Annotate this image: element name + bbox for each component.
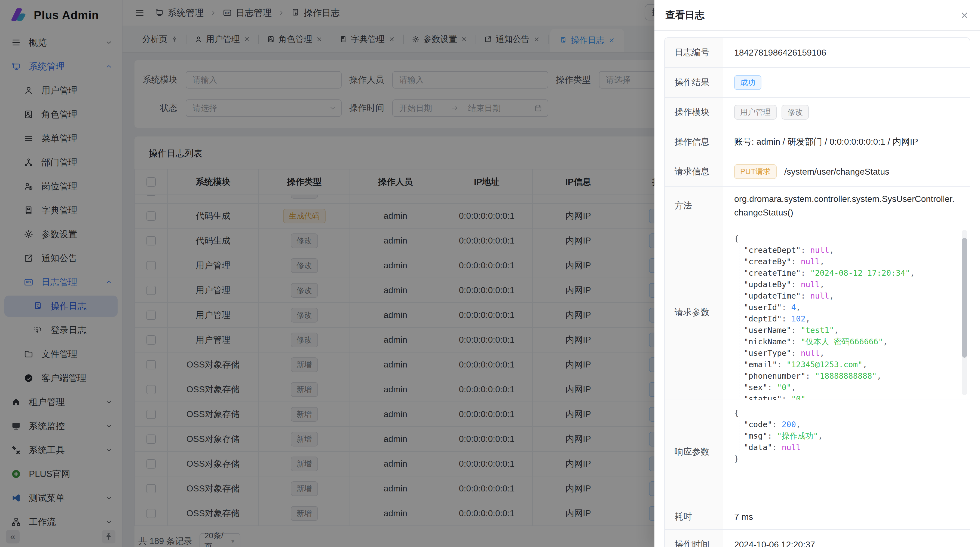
detail-value: org.dromara.system.controller.system.Sys… xyxy=(723,187,970,225)
drawer-title: 查看日志 xyxy=(665,8,705,22)
detail-row: 方法org.dromara.system.controller.system.S… xyxy=(665,187,970,225)
detail-value: 7 ms xyxy=(723,504,970,529)
detail-label: 耗时 xyxy=(665,504,723,529)
detail-label: 方法 xyxy=(665,187,723,225)
indent-guide xyxy=(740,244,740,397)
log-detail-table: 日志编号1842781986426159106 操作结果成功 操作模块用户管理修… xyxy=(664,37,970,547)
request-path: /system/user/changeStatus xyxy=(784,167,889,177)
detail-row: 操作时间2024-10-06 12:20:37 xyxy=(665,530,970,547)
detail-row: 操作模块用户管理修改 xyxy=(665,98,970,127)
detail-label: 请求参数 xyxy=(665,225,723,400)
detail-value: 账号: admin / 研发部门 / 0:0:0:0:0:0:0:1 / 内网I… xyxy=(723,127,970,156)
detail-label: 操作信息 xyxy=(665,127,723,156)
detail-label: 响应参数 xyxy=(665,400,723,504)
detail-row: 请求参数 { "createDept": null, "createBy": n… xyxy=(665,225,970,400)
tag-warning: PUT请求 xyxy=(734,164,776,179)
close-icon[interactable] xyxy=(960,11,969,20)
detail-label: 请求信息 xyxy=(665,157,723,186)
tag-info: 修改 xyxy=(781,105,809,120)
scrollbar-thumb[interactable] xyxy=(962,238,967,358)
request_params-code-block: { "createDept": null, "createBy": null, … xyxy=(723,225,970,400)
app-root: Plus Admin 概览系统管理用户管理角色管理菜单管理部门管理岗位管理字典管… xyxy=(0,0,980,547)
detail-row: 日志编号1842781986426159106 xyxy=(665,38,970,68)
detail-label: 操作结果 xyxy=(665,68,723,97)
tag-primary: 成功 xyxy=(734,75,761,90)
detail-value: 2024-10-06 12:20:37 xyxy=(723,530,970,547)
detail-label: 操作模块 xyxy=(665,98,723,127)
detail-value: PUT请求/system/user/changeStatus xyxy=(723,157,970,186)
detail-row: 操作结果成功 xyxy=(665,68,970,98)
view-log-drawer: 查看日志 日志编号1842781986426159106 操作结果成功 操作模块… xyxy=(654,0,980,547)
indent-guide xyxy=(740,417,740,451)
drawer-header: 查看日志 xyxy=(654,0,980,31)
modal-overlay[interactable] xyxy=(0,0,654,547)
detail-label: 日志编号 xyxy=(665,38,723,67)
tag-info: 用户管理 xyxy=(734,105,776,120)
detail-row: 响应参数 { "code": 200, "msg": "操作成功", "data… xyxy=(665,400,970,504)
detail-label: 操作时间 xyxy=(665,530,723,547)
detail-row: 耗时7 ms xyxy=(665,504,970,530)
detail-value: 用户管理修改 xyxy=(723,98,970,127)
response_params-code-block: { "code": 200, "msg": "操作成功", "data": nu… xyxy=(723,400,970,504)
detail-row: 操作信息账号: admin / 研发部门 / 0:0:0:0:0:0:0:1 /… xyxy=(665,127,970,157)
detail-value: 成功 xyxy=(723,68,970,97)
detail-row: 请求信息PUT请求/system/user/changeStatus xyxy=(665,157,970,187)
detail-value: 1842781986426159106 xyxy=(723,38,970,67)
